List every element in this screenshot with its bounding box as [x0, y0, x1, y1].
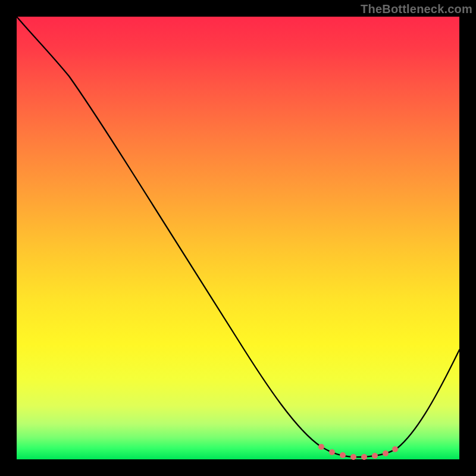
watermark-label: TheBottleneck.com: [361, 2, 472, 16]
marker-dot: [392, 446, 398, 452]
marker-dot: [361, 454, 367, 460]
marker-dot: [350, 454, 356, 460]
marker-dot: [383, 450, 389, 456]
chart-svg: [17, 17, 459, 459]
marker-dot: [329, 449, 335, 455]
plot-area: [17, 17, 459, 459]
marker-dot: [340, 452, 346, 458]
chart-frame: TheBottleneck.com: [0, 0, 476, 476]
bottleneck-curve: [17, 17, 459, 457]
marker-dot: [372, 453, 378, 459]
marker-dot: [318, 444, 324, 450]
